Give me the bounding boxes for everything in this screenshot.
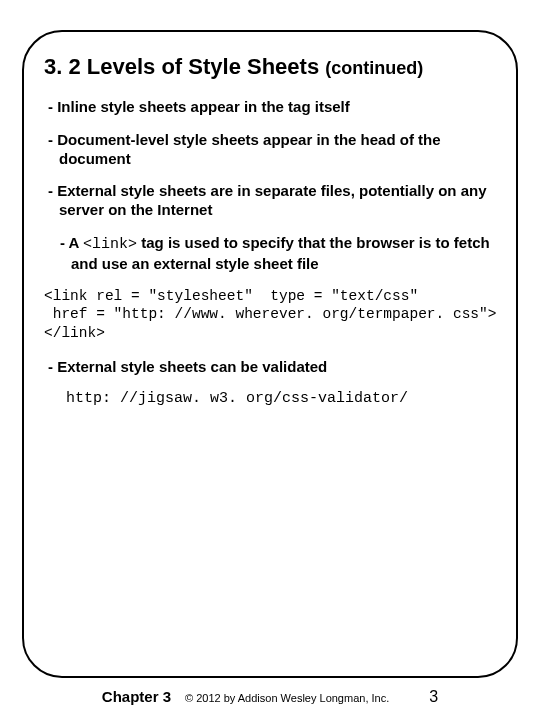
slide-footer: Chapter 3 © 2012 by Addison Wesley Longm… [0,688,540,706]
heading-number: 3. 2 [44,54,81,79]
bullet-validation: - External style sheets can be validated [48,358,498,377]
code-line-1: <link rel = "stylesheet" type = "text/cs… [44,288,418,304]
code-block-link-example: <link rel = "stylesheet" type = "text/cs… [44,287,498,341]
bullet-external-style: - External style sheets are in separate … [48,182,498,220]
code-line-3: </link> [44,325,105,341]
bullet-document-level: - Document-level style sheets appear in … [48,131,498,169]
bullet-link-pre: - A [60,234,83,251]
slide-frame: 3. 2 Levels of Style Sheets (continued) … [22,30,518,678]
footer-chapter: Chapter 3 [102,688,171,705]
bullet-link-tag: - A <link> tag is used to specify that t… [60,234,498,274]
code-line-2: href = "http: //www. wherever. org/termp… [44,306,496,322]
heading-continued: (continued) [325,58,423,78]
footer-copyright: © 2012 by Addison Wesley Longman, Inc. [185,692,389,704]
code-inline-link: <link> [83,236,137,253]
bullet-inline-style: - Inline style sheets appear in the tag … [48,98,498,117]
footer-page-number: 3 [429,688,438,706]
slide-heading: 3. 2 Levels of Style Sheets (continued) [44,54,498,80]
heading-title: Levels of Style Sheets [87,54,319,79]
validator-url: http: //jigsaw. w3. org/css-validator/ [66,390,498,407]
